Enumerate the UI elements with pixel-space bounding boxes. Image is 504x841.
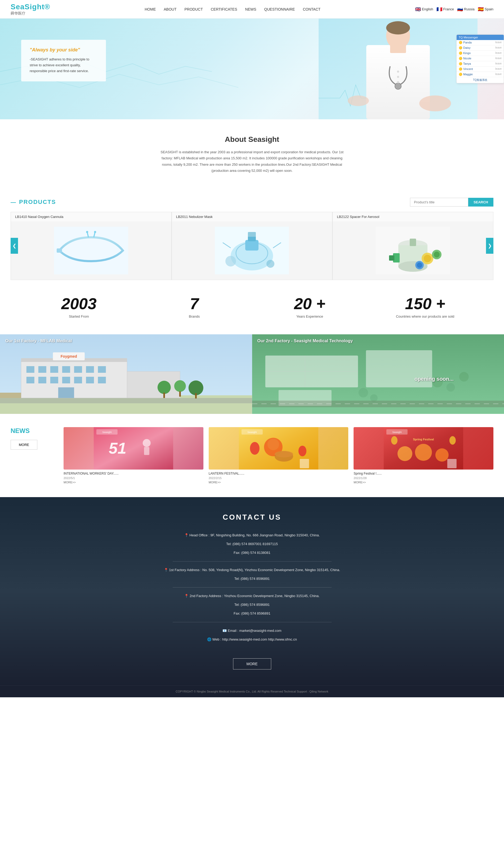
svg-rect-16 [57, 248, 62, 253]
tq-contact-6[interactable]: 🟡 Vincent leave [456, 67, 504, 72]
svg-point-15 [94, 231, 96, 233]
logo-main: SeaSight® [11, 3, 50, 11]
svg-rect-42 [0, 398, 252, 403]
contact-info: 📍 Head Office : 9F, Ningshing Building, … [159, 532, 345, 643]
news-card-date-2: 2022/2/15 [209, 477, 348, 480]
language-selector: 🇬🇧 English 🇫🇷 France 🇷🇺 Russia 🇪🇸 Spain [415, 6, 493, 12]
products-header: — PRODUCTS SEARCH [11, 198, 493, 207]
tq-contact-4[interactable]: 🟡 Nicole leave [456, 56, 504, 61]
svg-point-39 [417, 262, 422, 268]
factory-label-1: Our 1st Factory - MFLAB Medical [5, 339, 72, 343]
svg-point-93 [267, 439, 279, 450]
nav-product[interactable]: PRODUCT [184, 7, 203, 12]
stat-label-1: Brands [137, 314, 252, 319]
product-card-1[interactable]: LB1410 Nasal Oxygen Cannula [11, 212, 172, 280]
news-card-1[interactable]: Seasight 51 INTERNATIONAL WORKERS' DAY..… [64, 427, 203, 484]
news-card-more-3[interactable]: MORE>> [354, 481, 493, 484]
products-carousel: ❮ LB1410 Nasal Oxygen Cannula [11, 212, 493, 280]
search-button[interactable]: SEARCH [468, 198, 493, 207]
nav-contact[interactable]: CONTACT [303, 7, 321, 12]
news-more-button[interactable]: MORE [11, 440, 37, 450]
news-card-2[interactable]: Seasight LANTERN FESTIVAL...... 2022/2/1… [209, 427, 348, 484]
contact-factory1: 📍 1st Factory Address : No. 508, Yindong… [159, 567, 345, 573]
news-title: NEWS [11, 427, 53, 434]
svg-rect-51 [26, 377, 34, 383]
lang-spain[interactable]: 🇪🇸 Spain [478, 6, 493, 12]
tq-contact-2[interactable]: 🟡 Daisy leave [456, 45, 504, 51]
contact-title: CONTACT US [11, 513, 493, 521]
lang-english[interactable]: 🇬🇧 English [415, 6, 433, 12]
contact-factory2: 📍 2nd Factory Address : Yinzhou Economic… [159, 593, 345, 599]
tq-contact-1[interactable]: 🟡 Panda leave [456, 40, 504, 45]
news-image-1: Seasight 51 [64, 427, 203, 469]
product-image-3 [332, 221, 493, 280]
stat-label-2: Years Experience [252, 314, 367, 319]
contact-more-button[interactable]: MORE [233, 658, 271, 669]
lang-france[interactable]: 🇫🇷 France [436, 6, 454, 12]
svg-point-107 [449, 436, 456, 445]
nav-news[interactable]: NEWS [245, 7, 256, 12]
search-area: SEARCH [410, 198, 493, 207]
contact-divider-3 [173, 622, 331, 622]
header: SeaSight® 舜华医疗 HOME ABOUT PRODUCT CERTIF… [0, 0, 504, 19]
tq-contact-7[interactable]: 🟡 Maggie leave [456, 72, 504, 77]
svg-text:Spring Festival: Spring Festival [413, 438, 434, 441]
stat-number-0: 2003 [21, 296, 137, 312]
tq-footer-link[interactable]: TQ客服系统 [456, 77, 504, 83]
hero-section: "Always by your side" -SEASIGHT adheres … [0, 19, 504, 119]
svg-rect-68 [195, 393, 197, 398]
news-card-date-3: 2022/1/28 [354, 477, 493, 480]
contact-email: 📧 Email : market@seasight-med.com [159, 628, 345, 634]
svg-point-24 [226, 256, 236, 267]
factories-section: Our 1st Factory - MFLAB Medical [0, 334, 504, 414]
svg-rect-49 [86, 366, 94, 373]
svg-rect-55 [74, 377, 82, 383]
svg-text:Seasight: Seasight [102, 431, 112, 433]
nav-about[interactable]: ABOUT [164, 7, 176, 12]
news-image-2: Seasight [209, 427, 348, 469]
stat-item-3: 150 + Countries where our products are s… [367, 296, 483, 319]
product-label-2: LB2011 Nebulizer Mask [172, 212, 332, 221]
product-label-3: LB2122 Spacer For Aerosol [332, 212, 493, 221]
svg-point-4 [386, 21, 410, 34]
news-section: NEWS MORE Seasight [0, 414, 504, 497]
tq-contact-5[interactable]: 🟡 Tanya leave [456, 61, 504, 67]
carousel-next-button[interactable]: ❯ [486, 238, 493, 254]
svg-point-106 [391, 436, 398, 445]
search-input[interactable] [410, 198, 468, 207]
svg-point-95 [274, 451, 293, 457]
svg-point-76 [358, 388, 368, 397]
flag-fr: 🇫🇷 [436, 6, 442, 12]
product-card-3[interactable]: LB2122 Spacer For Aerosol [332, 212, 493, 280]
svg-rect-56 [86, 377, 94, 383]
nav-questionnaire[interactable]: QUESTIONNAIRE [264, 7, 295, 12]
about-title: About Seasight [53, 135, 451, 144]
news-card-3[interactable]: Seasight Spring Festival Spring Festival… [354, 427, 493, 484]
carousel-prev-button[interactable]: ❮ [11, 238, 18, 254]
svg-point-97 [298, 446, 306, 456]
svg-point-8 [397, 81, 399, 83]
contact-divider-1 [173, 561, 331, 562]
tq-contact-3[interactable]: 🟡 Kingo leave [456, 51, 504, 56]
tq-messenger-header: TQ Messenger [456, 35, 504, 40]
lang-russia-label: Russia [464, 7, 474, 11]
svg-rect-54 [62, 377, 70, 383]
svg-point-79 [446, 383, 455, 392]
svg-rect-57 [98, 377, 106, 383]
lang-english-label: English [422, 7, 433, 11]
nav-certificates[interactable]: CERTIFICATES [211, 7, 237, 12]
contact-head-office: 📍 Head Office : 9F, Ningshing Building, … [159, 532, 345, 538]
contact-fax1: Fax: (086) 574 8138081 [159, 550, 345, 556]
svg-rect-45 [38, 366, 46, 373]
lang-russia[interactable]: 🇷🇺 Russia [457, 6, 474, 12]
stat-item-1: 7 Brands [137, 296, 252, 319]
main-nav: HOME ABOUT PRODUCT CERTIFICATES NEWS QUE… [145, 7, 321, 12]
news-card-more-1[interactable]: MORE>> [64, 481, 203, 484]
svg-rect-59 [127, 372, 180, 398]
svg-point-87 [143, 439, 151, 447]
stat-item-0: 2003 Started From [21, 296, 137, 319]
product-card-2[interactable]: LB2011 Nebulizer Mask [172, 212, 332, 280]
news-card-more-2[interactable]: MORE>> [209, 481, 348, 484]
factory-card-2: Our 2nd Factory - Seasight Medical Techn… [252, 334, 504, 414]
nav-home[interactable]: HOME [145, 7, 156, 12]
